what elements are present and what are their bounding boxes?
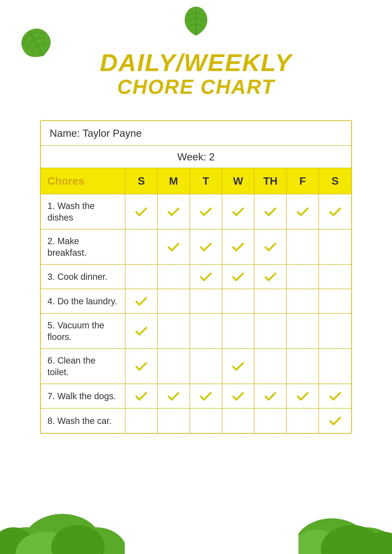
check-cell-r5-c3: [190, 314, 222, 348]
check-cell-r7-c1: [125, 384, 158, 408]
table-row: 4. Do the laundry.: [41, 289, 351, 314]
header-day-s1: S: [125, 168, 158, 194]
check-cell-r8-c2: [158, 408, 190, 433]
check-cell-r1-c6: [287, 194, 319, 229]
check-cell-r3-c5: [254, 265, 287, 289]
checkmark-icon: [264, 389, 277, 403]
check-cell-r6-c7: [319, 349, 351, 384]
check-cell-r3-c1: [125, 265, 158, 289]
checkmark-icon: [199, 205, 212, 218]
check-cell-r1-c5: [254, 194, 287, 229]
check-cell-r1-c3: [190, 194, 222, 229]
title-line1: DAILY/WEEKLY: [100, 49, 292, 76]
check-cell-r6-c4: [222, 349, 255, 384]
table-row: 2. Make breakfast.: [41, 229, 351, 265]
header-day-f: F: [287, 168, 319, 194]
check-cell-r1-c1: [125, 194, 158, 229]
leaf-top-center-icon: [183, 7, 209, 38]
data-rows: 1. Wash the dishes 2. Make breakfast.: [41, 194, 351, 433]
check-cell-r6-c3: [190, 349, 222, 384]
check-cell-r5-c6: [287, 314, 319, 348]
checkmark-icon: [134, 359, 148, 373]
checkmark-icon: [134, 295, 148, 308]
check-cell-r8-c3: [190, 408, 222, 433]
check-cell-r4-c7: [319, 289, 351, 313]
check-cell-r7-c2: [158, 384, 190, 408]
check-cell-r2-c2: [158, 229, 190, 264]
bush-left-icon: [0, 483, 125, 554]
check-cell-r8-c1: [125, 408, 158, 433]
check-cell-r5-c1: [125, 314, 158, 348]
check-cell-r1-c4: [222, 194, 255, 229]
bush-right-icon: [298, 492, 392, 554]
checkmark-icon: [296, 205, 309, 218]
header-day-w: W: [222, 168, 255, 194]
check-cell-r6-c5: [254, 349, 287, 384]
check-cell-r2-c6: [287, 229, 319, 264]
chore-cell-5: 5. Vacuum the floors.: [41, 314, 125, 348]
name-row: Name: Taylor Payne: [41, 121, 351, 146]
table-row: 1. Wash the dishes: [41, 194, 351, 229]
check-cell-r6-c2: [158, 349, 190, 384]
check-cell-r2-c5: [254, 229, 287, 264]
check-cell-r1-c2: [158, 194, 190, 229]
bottom-decoration: [0, 483, 392, 554]
checkmark-icon: [134, 324, 148, 338]
check-cell-r1-c7: [319, 194, 351, 229]
checkmark-icon: [296, 389, 309, 403]
check-cell-r4-c2: [158, 289, 190, 313]
chore-cell-2: 2. Make breakfast.: [41, 229, 125, 264]
chore-cell-7: 7. Walk the dogs.: [41, 384, 125, 408]
header-day-s2: S: [319, 168, 351, 194]
checkmark-icon: [167, 205, 180, 218]
check-cell-r3-c4: [222, 265, 255, 289]
check-cell-r5-c7: [319, 314, 351, 348]
checkmark-icon: [329, 205, 342, 218]
check-cell-r4-c5: [254, 289, 287, 313]
check-cell-r4-c3: [190, 289, 222, 313]
check-cell-r6-c6: [287, 349, 319, 384]
checkmark-icon: [167, 240, 180, 253]
page: DAILY/WEEKLY CHORE CHART Name: Taylor Pa…: [0, 0, 392, 554]
table-row: 5. Vacuum the floors.: [41, 314, 351, 349]
checkmark-icon: [329, 389, 342, 403]
chore-cell-8: 8. Wash the car.: [41, 408, 125, 433]
header-day-m: M: [158, 168, 190, 194]
check-cell-r3-c7: [319, 265, 351, 289]
checkmark-icon: [231, 359, 245, 373]
name-label: Name: Taylor Payne: [50, 127, 142, 139]
checkmark-icon: [231, 389, 245, 403]
checkmark-icon: [199, 240, 212, 253]
checkmark-icon: [167, 389, 180, 403]
title-section: DAILY/WEEKLY CHORE CHART: [100, 49, 292, 98]
check-cell-r7-c7: [319, 384, 351, 408]
checkmark-icon: [231, 270, 245, 283]
checkmark-icon: [264, 240, 277, 253]
header-day-t: T: [190, 168, 222, 194]
check-cell-r7-c4: [222, 384, 255, 408]
checkmark-icon: [264, 205, 277, 218]
check-cell-r2-c7: [319, 229, 351, 264]
check-cell-r2-c3: [190, 229, 222, 264]
header-row: Chores S M T W TH F S: [41, 168, 351, 194]
check-cell-r7-c3: [190, 384, 222, 408]
table-row: 7. Walk the dogs.: [41, 384, 351, 408]
check-cell-r7-c6: [287, 384, 319, 408]
checkmark-icon: [134, 205, 148, 218]
table-row: 6. Clean the toilet.: [41, 349, 351, 384]
table-row: 8. Wash the car.: [41, 408, 351, 433]
checkmark-icon: [134, 389, 148, 403]
chore-cell-6: 6. Clean the toilet.: [41, 349, 125, 384]
check-cell-r3-c3: [190, 265, 222, 289]
check-cell-r5-c2: [158, 314, 190, 348]
chore-chart: Name: Taylor Payne Week: 2 Chores S M T …: [40, 120, 352, 434]
check-cell-r5-c5: [254, 314, 287, 348]
chore-cell-4: 4. Do the laundry.: [41, 289, 125, 313]
checkmark-icon: [231, 205, 245, 218]
week-label: Week: 2: [177, 151, 215, 163]
check-cell-r5-c4: [222, 314, 255, 348]
check-cell-r4-c1: [125, 289, 158, 313]
title-line2: CHORE CHART: [100, 76, 292, 98]
check-cell-r4-c4: [222, 289, 255, 313]
chore-cell-3: 3. Cook dinner.: [41, 265, 125, 289]
